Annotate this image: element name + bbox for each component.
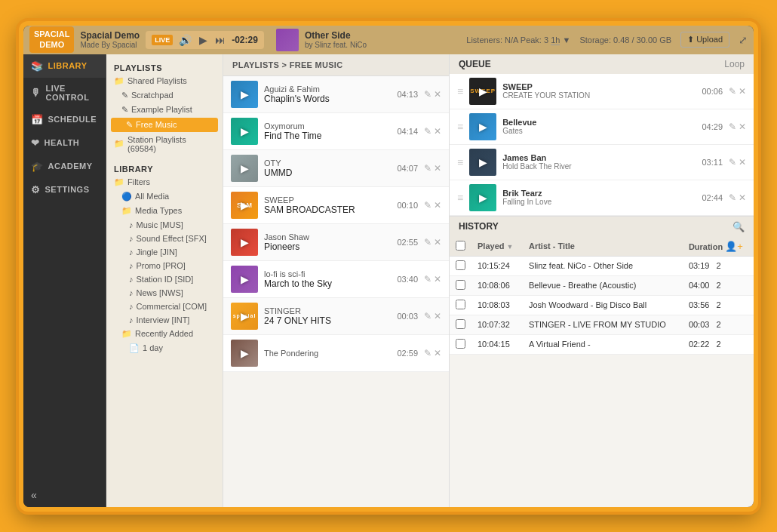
- col-artist-title[interactable]: Artist - Title: [523, 237, 683, 257]
- upload-button[interactable]: ⬆ Upload: [680, 32, 729, 48]
- queue-edit-1[interactable]: ✎: [729, 86, 736, 97]
- drag-handle-2[interactable]: ≡: [457, 121, 463, 133]
- history-header: HISTORY 🔍: [450, 217, 754, 237]
- track-remove-4[interactable]: ✕: [434, 200, 441, 211]
- nav-sfx[interactable]: ♪ Sound Effect [SFX]: [106, 232, 223, 245]
- sidebar-item-schedule[interactable]: 📅 SCHEDULE: [23, 108, 106, 131]
- play-icon-6[interactable]: ▶: [241, 273, 249, 285]
- sidebar-item-settings[interactable]: ⚙ SETTINGS: [23, 178, 106, 201]
- sidebar-item-live-control[interactable]: 🎙 LIVE CONTROL: [23, 78, 106, 108]
- queue-play-3[interactable]: ▶: [479, 156, 487, 168]
- top-bar: SPACIAL DEMO Spacial Demo Made By Spacia…: [23, 26, 754, 54]
- nav-all-media[interactable]: 🔵 All Media: [106, 189, 223, 204]
- sidebar-item-academy[interactable]: 🎓 ACADEMY: [23, 155, 106, 178]
- table-row: 10:04:15 A Virtual Friend - 02:22 2: [450, 334, 754, 354]
- play-icon-5[interactable]: ▶: [241, 236, 249, 248]
- play-icon-8[interactable]: ▶: [241, 347, 249, 359]
- next-button[interactable]: ⏭: [213, 34, 227, 46]
- row-checkbox-4[interactable]: [456, 319, 465, 329]
- academy-icon: 🎓: [31, 161, 44, 172]
- nav-free-music[interactable]: ✎ Free Music: [111, 118, 218, 132]
- expand-button[interactable]: ⤢: [739, 34, 748, 46]
- nav-scratchpad[interactable]: ✎ Scratchpad: [106, 88, 223, 103]
- play-icon-2[interactable]: ▶: [241, 125, 249, 137]
- nav-music[interactable]: ♪ Music [MUS]: [106, 218, 223, 232]
- queue-play-2[interactable]: ▶: [479, 121, 487, 133]
- nav-media-types[interactable]: 📁 Media Types: [106, 204, 223, 218]
- play-button[interactable]: ▶: [198, 34, 209, 46]
- volume-button[interactable]: 🔊: [177, 34, 193, 46]
- nav-jingle[interactable]: ♪ Jingle [JIN]: [106, 245, 223, 259]
- nav-shared-playlists[interactable]: 📁 Shared Playlists: [106, 74, 223, 88]
- play-icon-3[interactable]: ▶: [241, 162, 249, 174]
- track-edit-7[interactable]: ✎: [424, 311, 431, 321]
- history-table-body: 10:15:24 Slinz feat. NiCo - Other Side 0…: [450, 256, 754, 354]
- track-artist-7: STINGER: [264, 306, 391, 315]
- track-edit-2[interactable]: ✎: [424, 126, 431, 137]
- nav-example-playlist[interactable]: ✎ Example Playlist: [106, 103, 223, 117]
- nav-filters[interactable]: 📁 Filters: [106, 175, 223, 189]
- track-edit-4[interactable]: ✎: [424, 200, 431, 211]
- nav-commercial[interactable]: ♪ Commercial [COM]: [106, 300, 223, 313]
- track-edit-3[interactable]: ✎: [424, 163, 431, 174]
- track-remove-3[interactable]: ✕: [434, 163, 441, 174]
- track-remove-1[interactable]: ✕: [434, 89, 441, 100]
- sidebar-item-library-label: LIBRARY: [48, 61, 88, 70]
- queue-play-1[interactable]: ▶: [479, 85, 487, 97]
- row-check-4: [450, 315, 471, 334]
- queue-remove-3[interactable]: ✕: [739, 157, 746, 168]
- drag-handle-4[interactable]: ≡: [457, 192, 463, 204]
- queue-edit-2[interactable]: ✎: [729, 121, 736, 132]
- queue-edit-3[interactable]: ✎: [729, 157, 736, 168]
- list-item: ▶ Oxymorum Find The Time 04:14 ✎ ✕: [223, 113, 449, 150]
- queue-actions-1: ✎ ✕: [729, 86, 746, 97]
- nav-promo[interactable]: ♪ Promo [PRO]: [106, 259, 223, 272]
- track-remove-8[interactable]: ✕: [434, 348, 441, 358]
- track-remove-5[interactable]: ✕: [434, 237, 441, 248]
- play-icon-1[interactable]: ▶: [241, 88, 249, 100]
- col-played[interactable]: Played ▼: [471, 237, 523, 257]
- queue-duration-2: 04:29: [702, 122, 723, 131]
- drag-handle-1[interactable]: ≡: [457, 85, 463, 97]
- row-checkbox-1[interactable]: [456, 260, 465, 270]
- row-checkbox-3[interactable]: [456, 300, 465, 309]
- track-edit-6[interactable]: ✎: [424, 274, 431, 284]
- select-all-checkbox[interactable]: [456, 241, 465, 251]
- sidebar-item-library[interactable]: 📚 LIBRARY: [23, 54, 106, 78]
- row-checkbox-2[interactable]: [456, 280, 465, 290]
- nav-station-playlists[interactable]: 📁 Station Playlists (69584): [106, 133, 223, 155]
- sidebar-item-health[interactable]: ❤ HEALTH: [23, 131, 106, 155]
- row-checkbox-5[interactable]: [456, 339, 465, 349]
- queue-edit-4[interactable]: ✎: [729, 192, 736, 203]
- folder-icon-2: 📁: [114, 139, 124, 149]
- nav-station-id[interactable]: ♪ Station ID [SID]: [106, 272, 223, 286]
- top-bar-left: SPACIAL DEMO Spacial Demo Made By Spacia…: [29, 26, 367, 52]
- play-icon-7[interactable]: ▶: [241, 310, 249, 322]
- drag-handle-3[interactable]: ≡: [457, 156, 463, 168]
- track-edit-8[interactable]: ✎: [424, 348, 431, 358]
- track-remove-2[interactable]: ✕: [434, 126, 441, 137]
- track-remove-6[interactable]: ✕: [434, 274, 441, 284]
- nav-1day[interactable]: 📄 1 day: [106, 341, 223, 355]
- row-duration-2: 04:00 2: [683, 275, 754, 295]
- queue-thumb-1: SWEEP ▶: [469, 78, 496, 105]
- queue-remove-2[interactable]: ✕: [739, 121, 746, 132]
- col-duration[interactable]: Duration 👤+: [683, 237, 754, 257]
- nav-news[interactable]: ♪ News [NWS]: [106, 286, 223, 300]
- sidebar-collapse-button[interactable]: «: [31, 489, 37, 501]
- queue-duration-1: 00:06: [702, 87, 723, 96]
- queue-remove-4[interactable]: ✕: [739, 192, 746, 203]
- track-edit-1[interactable]: ✎: [424, 89, 431, 100]
- nav-interview[interactable]: ♪ Interview [INT]: [106, 313, 223, 327]
- queue-remove-1[interactable]: ✕: [739, 86, 746, 97]
- track-duration-2: 04:14: [397, 127, 418, 136]
- loop-button[interactable]: Loop: [724, 59, 745, 69]
- listeners-time-dropdown[interactable]: 1h: [551, 35, 560, 45]
- queue-play-4[interactable]: ▶: [479, 192, 487, 204]
- track-edit-5[interactable]: ✎: [424, 237, 431, 248]
- history-search-button[interactable]: 🔍: [732, 221, 745, 232]
- nav-recently-added[interactable]: 📁 Recently Added: [106, 327, 223, 341]
- add-user-button[interactable]: 👤+: [725, 241, 743, 252]
- track-remove-7[interactable]: ✕: [434, 311, 441, 321]
- play-icon-4[interactable]: ▶: [241, 199, 249, 211]
